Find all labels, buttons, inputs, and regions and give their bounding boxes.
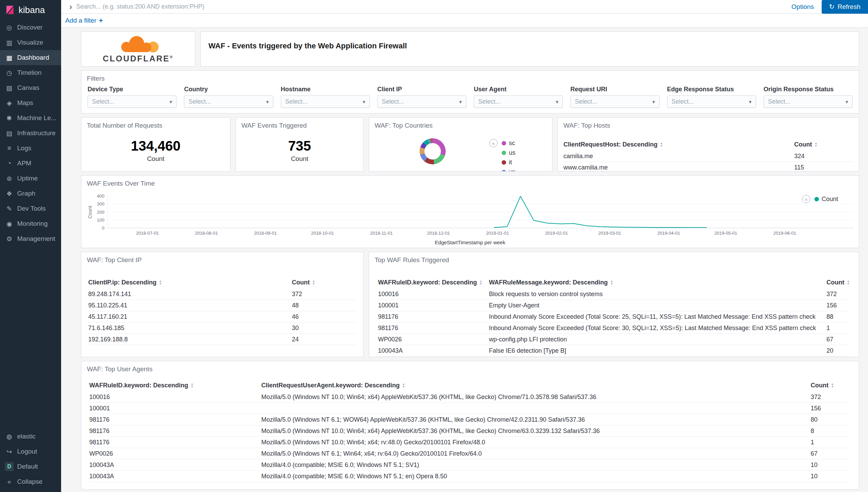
country-select[interactable]: Select...	[184, 95, 273, 108]
request-uri-select[interactable]: Select...	[570, 95, 659, 108]
panel-title: WAF: Top User Agents	[81, 361, 859, 373]
column-header-host[interactable]: ClientRequestHost: Descending	[563, 138, 794, 151]
metric-label: Count	[81, 155, 230, 163]
top-countries-donut[interactable]	[420, 138, 446, 164]
cell-rule-id: 100001	[89, 403, 261, 414]
discover-icon: ◎	[5, 24, 14, 32]
column-header-rule-message[interactable]: WAFRuleMessage.keyword: Descending	[489, 276, 826, 289]
cell-count: 46	[292, 311, 356, 323]
refresh-button[interactable]: ↻ Refresh	[822, 0, 868, 14]
nav-item-apm[interactable]: ◔ APM	[0, 156, 61, 171]
search-input[interactable]	[76, 3, 784, 10]
nav-item-monitoring[interactable]: ◉ Monitoring	[0, 216, 61, 231]
column-header-user-agent[interactable]: ClientRequestUserAgent.keyword: Descendi…	[261, 379, 811, 391]
edge-response-status-select[interactable]: Select...	[667, 95, 756, 108]
legend-item[interactable]: sc	[502, 140, 515, 147]
dashboard: CLOUDFLARE® WAF - Events triggered by th…	[61, 28, 868, 490]
nav-item-machine-learning[interactable]: ✱ Machine Le...	[0, 110, 61, 126]
nav-item-logs[interactable]: ≡ Logs	[0, 141, 61, 156]
column-header-count[interactable]: Count	[292, 276, 356, 289]
nav-item-uptime[interactable]: ⊚ Uptime	[0, 171, 61, 186]
client-ip-select[interactable]: Select...	[377, 95, 466, 108]
nav-item-logout[interactable]: ↪ Logout	[0, 444, 61, 459]
logout-icon: ↪	[5, 448, 14, 456]
cell-count: 30	[292, 323, 356, 334]
cell-count: 1	[811, 437, 851, 448]
sort-icon	[312, 280, 315, 285]
table-row: 100043A False IE6 detection [Type B] 20	[378, 345, 850, 356]
space-default-icon: D	[5, 462, 14, 471]
column-header-count[interactable]: Count	[794, 138, 853, 151]
nav-item-discover[interactable]: ◎ Discover	[0, 20, 61, 35]
logs-icon: ≡	[5, 144, 14, 152]
uptime-icon: ⊚	[5, 175, 14, 183]
cell-rule-message: Inbound Anomaly Score Exceeded (Total Sc…	[489, 311, 826, 323]
chevron-down-icon	[749, 98, 752, 105]
nav-item-maps[interactable]: ◈ Maps	[0, 95, 61, 110]
legend-collapse-icon[interactable]	[489, 139, 498, 147]
nav-item-label: Logout	[17, 448, 37, 455]
legend-item[interactable]: it	[502, 159, 515, 166]
column-header-client-ip[interactable]: ClientIP.ip: Descending	[88, 276, 292, 289]
sort-icon	[191, 383, 194, 388]
legend-label[interactable]: Count	[822, 196, 838, 203]
chevron-down-icon	[266, 98, 269, 105]
legend-item[interactable]: vn	[502, 168, 515, 172]
top-waf-rules-panel: Top WAF Rules Triggered WAFRuleID.keywor…	[369, 252, 859, 357]
nav-item-graph[interactable]: ❖ Graph	[0, 186, 61, 201]
device-type-select[interactable]: Select...	[88, 95, 176, 108]
chevron-down-icon	[652, 98, 655, 105]
sort-icon	[479, 280, 482, 285]
sort-icon	[814, 142, 818, 147]
column-header-rule-id[interactable]: WAFRuleID.keyword: Descending	[89, 379, 261, 391]
table-row: 192.169.188.8 24	[88, 334, 356, 345]
elastic-logo-icon: ◍	[5, 433, 14, 441]
legend-dot	[502, 160, 506, 165]
column-header-rule-id[interactable]: WAFRuleID.keyword: Descending	[378, 276, 489, 289]
sort-icon	[847, 280, 850, 285]
sidebar-bottom-nav: ◍ elastic ↪ Logout D Default « Collapse	[0, 429, 61, 492]
nav-item-label: Uptime	[17, 175, 38, 182]
nav-item-label: Collapse	[17, 478, 43, 485]
column-header-count[interactable]: Count	[811, 379, 851, 391]
x-axis-ticks: 2018-07-012018-08-012018-09-012018-10-01…	[107, 231, 853, 237]
cell-rule-message: False IE6 detection [Type B]	[489, 345, 826, 356]
add-filter-link[interactable]: Add a filter +	[65, 16, 103, 25]
origin-response-status-select[interactable]: Select...	[764, 95, 853, 108]
nav-item-dev-tools[interactable]: ✎ Dev Tools	[0, 201, 61, 216]
management-icon: ⚙	[5, 235, 14, 243]
chevron-down-icon	[845, 98, 848, 105]
nav-item-default-space[interactable]: D Default	[0, 459, 61, 474]
cell-count: 80	[811, 414, 851, 425]
sort-icon	[159, 280, 162, 285]
nav-item-label: Logs	[17, 144, 31, 152]
filter-field: Country Select...	[184, 86, 273, 108]
sort-icon	[660, 142, 663, 147]
hostname-select[interactable]: Select...	[281, 95, 370, 108]
nav-item-collapse[interactable]: « Collapse	[0, 474, 61, 489]
nav-item-management[interactable]: ⚙ Management	[0, 231, 61, 246]
nav-item-label: Canvas	[17, 84, 39, 92]
select-placeholder: Select...	[382, 98, 404, 105]
apm-icon: ◔	[5, 160, 14, 167]
nav-item-canvas[interactable]: ▧ Canvas	[0, 80, 61, 95]
cell-count: 8	[811, 425, 851, 437]
nav-item-visualize[interactable]: ▥ Visualize	[0, 35, 61, 50]
nav-item-dashboard[interactable]: ▦ Dashboard	[0, 50, 61, 65]
kibana-logo[interactable]: kibana	[0, 0, 61, 20]
column-header-count[interactable]: Count	[826, 276, 850, 289]
table-header-row: WAFRuleID.keyword: Descending ClientRequ…	[89, 379, 851, 391]
nav-item-elastic[interactable]: ◍ elastic	[0, 429, 61, 444]
cell-rule-id: 100001	[378, 300, 489, 311]
cell-count: 156	[826, 300, 850, 311]
nav-item-infrastructure[interactable]: ▤ Infrastructure	[0, 126, 61, 141]
options-link[interactable]: Options	[791, 3, 814, 11]
cell-rule-id: 981176	[89, 425, 261, 437]
top-countries-panel: WAF: Top Countries sc us	[369, 117, 552, 172]
cell-client-ip: 192.169.188.8	[88, 334, 292, 345]
legend-collapse-icon[interactable]	[802, 195, 810, 203]
user-agent-select[interactable]: Select...	[474, 95, 563, 108]
nav-item-timelion[interactable]: ◷ Timelion	[0, 65, 61, 80]
infrastructure-icon: ▤	[5, 129, 14, 137]
legend-item[interactable]: us	[502, 149, 515, 156]
